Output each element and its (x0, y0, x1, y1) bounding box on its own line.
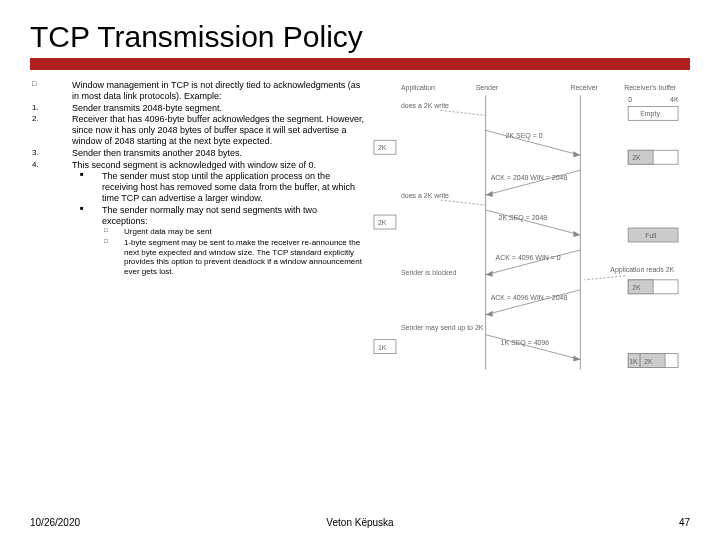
label-recvbuf: Receiver's buffer (624, 84, 677, 91)
label-2k-4: 2K (632, 284, 641, 291)
list-number-2: 2. (30, 114, 50, 146)
label-does2k: does a 2K write (401, 102, 449, 109)
label-1k-2: 1K (629, 358, 638, 365)
label-1k: 1K (378, 344, 387, 351)
sub-2: The sender normally may not send segment… (98, 205, 365, 227)
svg-marker-25 (573, 356, 580, 362)
label-ack2: ACK = 4096 WIN = 0 (496, 254, 561, 261)
label-seq2: 2K SEQ = 2048 (499, 214, 548, 222)
item-4: This second segment is acknowledged with… (50, 160, 365, 171)
diagram-column: Application Sender Receiver Receiver's b… (371, 80, 690, 381)
item-1: Sender transmits 2048-byte segment. (50, 103, 365, 114)
exc-2: 1-byte segment may be sent to make the r… (122, 238, 365, 276)
label-full: Full (645, 232, 657, 239)
intro-text: Window management in TCP is not directly… (50, 80, 365, 102)
text-column: □ Window management in TCP is not direct… (30, 80, 365, 381)
svg-marker-14 (573, 231, 580, 237)
label-application: Application (401, 84, 435, 92)
item-2: Receiver that has 4096-byte buffer ackno… (50, 114, 365, 146)
svg-line-18 (584, 276, 625, 280)
exc-1: Urgent data may be sent (122, 227, 365, 237)
item-3: Sender then transmits another 2048 bytes… (50, 148, 365, 159)
label-2k-5: 2K (644, 358, 653, 365)
svg-marker-10 (486, 191, 493, 197)
label-2k-3: 2K (378, 219, 387, 226)
label-blocked: Sender is blocked (401, 269, 457, 276)
slide-title: TCP Transmission Policy (30, 20, 690, 54)
footer-author: Veton Këpuska (326, 517, 393, 528)
svg-marker-17 (486, 271, 493, 277)
list-number-1: 1. (30, 103, 50, 114)
label-ack3: ACK = 4096 WIN = 2048 (491, 294, 568, 301)
footer-page: 47 (679, 517, 690, 528)
title-underline (30, 58, 690, 70)
label-4k: 4K (670, 96, 679, 103)
list-number-4: 4. (30, 160, 50, 171)
bullet-filled-icon: ■ (30, 171, 98, 203)
label-seq0: 2K SEQ = 0 (506, 132, 543, 140)
svg-marker-22 (486, 311, 493, 317)
label-does2k-2: does a 2K write (401, 192, 449, 199)
bullet-square-icon: □ (30, 227, 122, 237)
tcp-window-diagram: Application Sender Receiver Receiver's b… (371, 80, 690, 380)
content-area: □ Window management in TCP is not direct… (30, 80, 690, 381)
label-receiver: Receiver (570, 84, 598, 91)
slide-footer: 10/26/2020 Veton Këpuska 47 (30, 517, 690, 528)
list-number-3: 3. (30, 148, 50, 159)
label-zero: 0 (628, 96, 632, 103)
svg-line-3 (441, 110, 486, 115)
sub-1: The sender must stop until the applicati… (98, 171, 365, 203)
label-2k-1: 2K (378, 144, 387, 151)
label-empty: Empty (640, 110, 660, 118)
bullet-square-icon: □ (30, 238, 122, 276)
svg-marker-6 (573, 151, 580, 157)
svg-line-11 (441, 200, 486, 205)
label-reads2k: Application reads 2K (610, 266, 674, 274)
label-2k-2: 2K (632, 154, 641, 161)
bullet-filled-icon: ■ (30, 205, 98, 227)
label-mayup2k: Sender may send up to 2K (401, 324, 484, 332)
bullet-square-icon: □ (30, 80, 50, 102)
label-ack1: ACK = 2048 WIN = 2048 (491, 174, 568, 181)
footer-date: 10/26/2020 (30, 517, 80, 528)
label-sender: Sender (476, 84, 499, 91)
label-seq4: 1K SEQ = 4096 (501, 339, 550, 347)
